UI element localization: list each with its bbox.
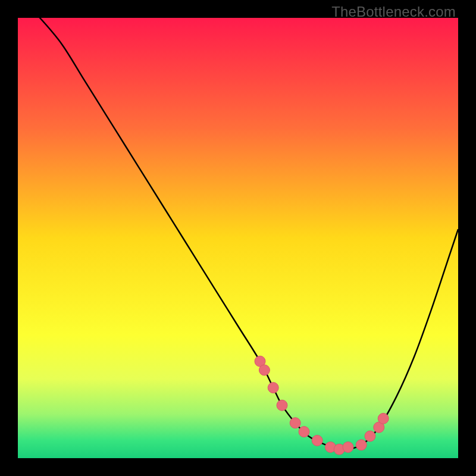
watermark-text: TheBottleneck.com [331, 4, 456, 20]
plot-area [18, 18, 458, 458]
marker-point [378, 413, 389, 424]
marker-point [365, 431, 375, 441]
marker-point [259, 365, 270, 375]
marker-point [268, 383, 278, 393]
highlighted-points [255, 356, 389, 455]
marker-point [312, 435, 322, 446]
bottleneck-curve [18, 18, 458, 449]
marker-point [343, 442, 353, 453]
marker-point [290, 418, 300, 428]
marker-point [277, 400, 287, 411]
curve-layer [18, 18, 458, 458]
marker-point [299, 427, 309, 437]
marker-point [356, 440, 367, 450]
chart-frame: TheBottleneck.com [0, 0, 476, 476]
